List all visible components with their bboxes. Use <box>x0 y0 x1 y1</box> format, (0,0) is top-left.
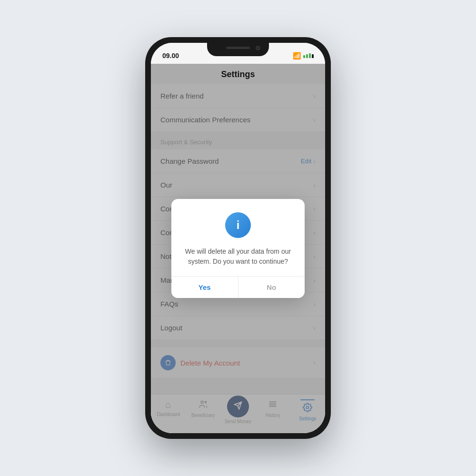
modal-buttons: Yes No <box>171 276 305 298</box>
phone-screen: 09.00 📶 Settings Refer a <box>151 43 325 433</box>
modal-body: i We will delete all your data from our … <box>171 199 305 276</box>
battery-icon <box>303 53 314 58</box>
confirm-dialog: i We will delete all your data from our … <box>171 199 305 298</box>
app-content: Settings Refer a friend › Communication … <box>151 64 325 433</box>
status-time: 09.00 <box>162 52 179 60</box>
modal-overlay: i We will delete all your data from our … <box>151 64 325 433</box>
confirm-no-button[interactable]: No <box>238 277 305 298</box>
wifi-icon: 📶 <box>293 52 301 60</box>
phone-frame: 09.00 📶 Settings Refer a <box>145 37 331 439</box>
speaker <box>226 47 250 49</box>
modal-message: We will delete all your data from our sy… <box>183 247 293 267</box>
phone-notch <box>207 43 269 56</box>
status-icons: 📶 <box>293 52 314 60</box>
info-icon: i <box>225 212 251 238</box>
confirm-yes-button[interactable]: Yes <box>171 277 238 298</box>
camera <box>256 46 260 50</box>
